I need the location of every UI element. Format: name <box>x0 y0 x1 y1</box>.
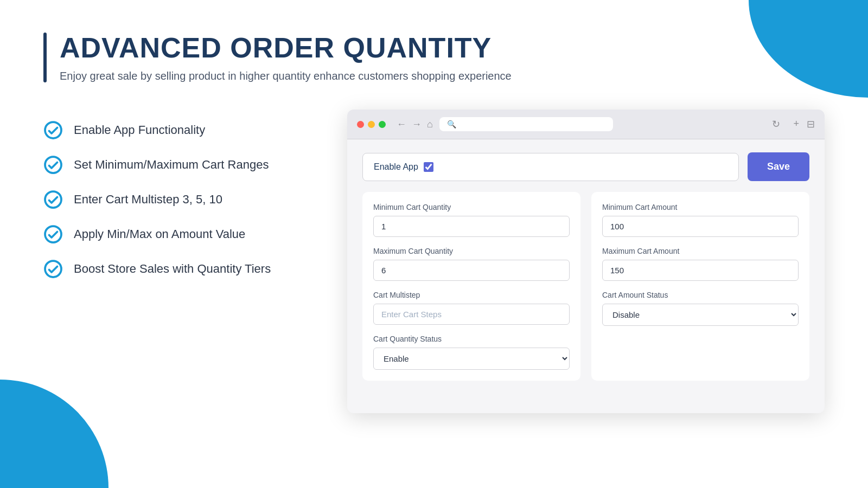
svg-point-2 <box>45 191 61 208</box>
browser-content: Enable App Save Minimum Cart Quantity <box>347 139 825 394</box>
min-amount-input[interactable] <box>602 216 799 237</box>
nav-back-icon[interactable]: ← <box>397 119 406 130</box>
browser-mockup: ← → ⌂ 🔍 ↻ + ⊟ Enable App <box>347 110 825 413</box>
feature-item-4: Apply Min/Max on Amount Value <box>43 224 304 244</box>
add-tab-icon[interactable]: + <box>793 118 799 130</box>
multistep-label: Cart Multistep <box>373 291 570 299</box>
page-subtitle: Enjoy great sale by selling product in h… <box>60 70 512 82</box>
svg-point-1 <box>45 157 61 173</box>
check-circle-icon <box>43 120 63 140</box>
feature-text: Enable App Functionality <box>74 123 205 137</box>
check-circle-icon <box>43 155 63 175</box>
feature-text: Apply Min/Max on Amount Value <box>74 227 245 241</box>
feature-item-3: Enter Cart Multistep 3, 5, 10 <box>43 190 304 209</box>
max-amount-label: Maximum Cart Amount <box>602 247 799 255</box>
feature-text: Boost Store Sales with Quantity Tiers <box>74 262 271 276</box>
multistep-group: Cart Multistep <box>373 291 570 325</box>
min-amount-group: Minimum Cart Amount <box>602 203 799 237</box>
dot-green[interactable] <box>379 121 386 128</box>
qty-status-group: Cart Quantity Status Enable Disable <box>373 335 570 370</box>
enable-app-field: Enable App <box>362 153 739 181</box>
page-title: ADVANCED ORDER QUANTITY <box>60 33 512 63</box>
max-amount-input[interactable] <box>602 260 799 281</box>
max-amount-group: Maximum Cart Amount <box>602 247 799 281</box>
feature-item-5: Boost Store Sales with Quantity Tiers <box>43 259 304 279</box>
max-qty-group: Maximum Cart Quantity <box>373 247 570 281</box>
enable-app-checkbox[interactable] <box>424 162 433 172</box>
min-qty-label: Minimum Cart Quantity <box>373 203 570 211</box>
header-text-block: ADVANCED ORDER QUANTITY Enjoy great sale… <box>60 33 512 82</box>
amount-status-group: Cart Amount Status Enable Disable <box>602 291 799 326</box>
sidebar-icon[interactable]: ⊟ <box>807 118 815 130</box>
left-form-panel: Minimum Cart Quantity Maximum Cart Quant… <box>362 192 580 381</box>
max-qty-input[interactable] <box>373 260 570 281</box>
nav-forward-icon[interactable]: → <box>412 119 422 130</box>
enable-app-row: Enable App Save <box>362 152 809 181</box>
qty-status-select[interactable]: Enable Disable <box>373 348 570 370</box>
browser-nav: ← → ⌂ <box>397 119 433 130</box>
dot-red[interactable] <box>357 121 364 128</box>
min-qty-input[interactable] <box>373 216 570 237</box>
check-circle-icon <box>43 190 63 209</box>
feature-text: Enter Cart Multistep 3, 5, 10 <box>74 192 222 207</box>
amount-status-label: Cart Amount Status <box>602 291 799 299</box>
browser-dots <box>357 121 386 128</box>
browser-address-bar[interactable]: 🔍 <box>439 117 613 131</box>
qty-status-label: Cart Quantity Status <box>373 335 570 343</box>
header-accent-bar <box>43 33 47 82</box>
amount-status-select[interactable]: Enable Disable <box>602 304 799 326</box>
max-qty-label: Maximum Cart Quantity <box>373 247 570 255</box>
save-button[interactable]: Save <box>748 152 809 181</box>
browser-action-buttons: + ⊟ <box>793 118 815 130</box>
check-circle-icon <box>43 224 63 244</box>
feature-item-1: Enable App Functionality <box>43 120 304 140</box>
right-form-panel: Minimum Cart Amount Maximum Cart Amount … <box>591 192 809 381</box>
enable-app-label: Enable App <box>374 162 418 172</box>
check-circle-icon <box>43 259 63 279</box>
main-layout: Enable App Functionality Set Minimum/Max… <box>43 110 825 413</box>
multistep-input[interactable] <box>373 304 570 325</box>
dot-yellow[interactable] <box>368 121 375 128</box>
svg-point-0 <box>45 122 61 138</box>
feature-text: Set Minimum/Maximum Cart Ranges <box>74 158 269 172</box>
form-grid: Minimum Cart Quantity Maximum Cart Quant… <box>362 192 809 381</box>
search-icon: 🔍 <box>447 120 456 129</box>
header-section: ADVANCED ORDER QUANTITY Enjoy great sale… <box>43 33 825 82</box>
svg-point-3 <box>45 226 61 242</box>
browser-toolbar: ← → ⌂ 🔍 ↻ + ⊟ <box>347 110 825 139</box>
nav-home-icon[interactable]: ⌂ <box>427 119 433 130</box>
min-qty-group: Minimum Cart Quantity <box>373 203 570 237</box>
refresh-icon[interactable]: ↻ <box>772 118 780 130</box>
min-amount-label: Minimum Cart Amount <box>602 203 799 211</box>
svg-point-4 <box>45 261 61 277</box>
features-list: Enable App Functionality Set Minimum/Max… <box>43 110 304 279</box>
feature-item-2: Set Minimum/Maximum Cart Ranges <box>43 155 304 175</box>
